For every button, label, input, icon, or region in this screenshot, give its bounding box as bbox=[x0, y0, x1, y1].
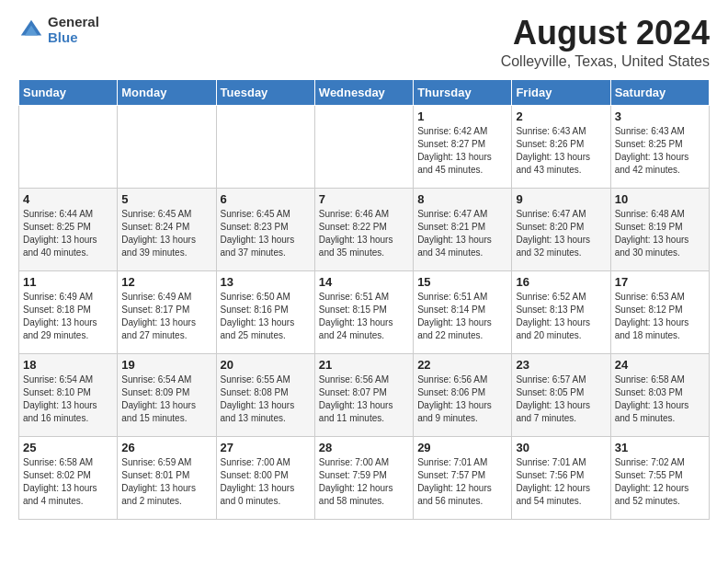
day-number: 17 bbox=[615, 275, 705, 289]
day-info: Sunrise: 6:58 AMSunset: 8:03 PMDaylight:… bbox=[615, 373, 705, 425]
day-info: Sunrise: 7:02 AMSunset: 7:55 PMDaylight:… bbox=[615, 456, 705, 508]
day-header-friday: Friday bbox=[512, 79, 610, 105]
day-info: Sunrise: 7:00 AMSunset: 7:59 PMDaylight:… bbox=[319, 456, 409, 508]
week-row-3: 11Sunrise: 6:49 AMSunset: 8:18 PMDayligh… bbox=[19, 270, 710, 353]
calendar-cell: 15Sunrise: 6:51 AMSunset: 8:14 PMDayligh… bbox=[414, 270, 512, 353]
sub-title: Colleyville, Texas, United States bbox=[501, 53, 710, 70]
day-number: 29 bbox=[417, 441, 507, 454]
calendar-cell: 20Sunrise: 6:55 AMSunset: 8:08 PMDayligh… bbox=[216, 353, 314, 436]
calendar-cell: 2Sunrise: 6:43 AMSunset: 8:26 PMDaylight… bbox=[512, 105, 610, 188]
day-number: 18 bbox=[23, 358, 113, 372]
day-header-monday: Monday bbox=[118, 79, 216, 105]
week-row-2: 4Sunrise: 6:44 AMSunset: 8:25 PMDaylight… bbox=[19, 188, 710, 270]
calendar-cell: 27Sunrise: 7:00 AMSunset: 8:00 PMDayligh… bbox=[216, 436, 314, 519]
day-number: 16 bbox=[516, 275, 606, 289]
day-number: 6 bbox=[221, 192, 311, 206]
calendar-cell: 30Sunrise: 7:01 AMSunset: 7:56 PMDayligh… bbox=[512, 436, 610, 519]
day-number: 3 bbox=[615, 109, 705, 123]
calendar-cell: 26Sunrise: 6:59 AMSunset: 8:01 PMDayligh… bbox=[118, 436, 216, 519]
day-header-tuesday: Tuesday bbox=[216, 79, 314, 105]
day-header-thursday: Thursday bbox=[414, 79, 512, 105]
day-number: 27 bbox=[221, 441, 311, 454]
day-info: Sunrise: 6:51 AMSunset: 8:14 PMDaylight:… bbox=[417, 291, 507, 342]
calendar-cell: 23Sunrise: 6:57 AMSunset: 8:05 PMDayligh… bbox=[512, 353, 610, 436]
calendar-cell bbox=[216, 105, 314, 188]
calendar-cell: 8Sunrise: 6:47 AMSunset: 8:21 PMDaylight… bbox=[414, 188, 512, 270]
day-header-wednesday: Wednesday bbox=[314, 79, 413, 105]
calendar-cell: 4Sunrise: 6:44 AMSunset: 8:25 PMDaylight… bbox=[19, 188, 118, 270]
calendar-cell bbox=[118, 105, 216, 188]
day-info: Sunrise: 6:54 AMSunset: 8:10 PMDaylight:… bbox=[23, 373, 113, 425]
day-number: 22 bbox=[417, 358, 507, 372]
week-row-5: 25Sunrise: 6:58 AMSunset: 8:02 PMDayligh… bbox=[19, 436, 710, 519]
day-number: 9 bbox=[516, 192, 606, 206]
day-info: Sunrise: 6:48 AMSunset: 8:19 PMDaylight:… bbox=[615, 208, 705, 259]
day-info: Sunrise: 6:58 AMSunset: 8:02 PMDaylight:… bbox=[23, 456, 113, 508]
day-number: 8 bbox=[417, 192, 507, 206]
calendar-cell: 9Sunrise: 6:47 AMSunset: 8:20 PMDaylight… bbox=[512, 188, 610, 270]
day-number: 21 bbox=[319, 358, 409, 372]
day-number: 28 bbox=[319, 441, 409, 454]
day-info: Sunrise: 7:01 AMSunset: 7:57 PMDaylight:… bbox=[417, 456, 507, 508]
day-info: Sunrise: 7:00 AMSunset: 8:00 PMDaylight:… bbox=[221, 456, 311, 508]
day-info: Sunrise: 6:56 AMSunset: 8:07 PMDaylight:… bbox=[319, 373, 409, 425]
calendar-header: SundayMondayTuesdayWednesdayThursdayFrid… bbox=[19, 79, 710, 105]
title-area: August 2024 Colleyville, Texas, United S… bbox=[501, 15, 710, 70]
logo-blue: Blue bbox=[48, 30, 99, 46]
calendar-cell: 18Sunrise: 6:54 AMSunset: 8:10 PMDayligh… bbox=[19, 353, 118, 436]
day-info: Sunrise: 6:56 AMSunset: 8:06 PMDaylight:… bbox=[417, 373, 507, 425]
day-info: Sunrise: 6:43 AMSunset: 8:26 PMDaylight:… bbox=[516, 125, 606, 177]
day-info: Sunrise: 7:01 AMSunset: 7:56 PMDaylight:… bbox=[516, 456, 606, 508]
day-number: 30 bbox=[516, 441, 606, 454]
calendar-cell: 10Sunrise: 6:48 AMSunset: 8:19 PMDayligh… bbox=[610, 188, 709, 270]
calendar-cell: 5Sunrise: 6:45 AMSunset: 8:24 PMDaylight… bbox=[118, 188, 216, 270]
day-number: 7 bbox=[319, 192, 409, 206]
day-info: Sunrise: 6:44 AMSunset: 8:25 PMDaylight:… bbox=[23, 208, 113, 259]
week-row-1: 1Sunrise: 6:42 AMSunset: 8:27 PMDaylight… bbox=[19, 105, 710, 188]
day-number: 23 bbox=[516, 358, 606, 372]
day-info: Sunrise: 6:47 AMSunset: 8:21 PMDaylight:… bbox=[417, 208, 507, 259]
calendar-cell: 19Sunrise: 6:54 AMSunset: 8:09 PMDayligh… bbox=[118, 353, 216, 436]
day-header-saturday: Saturday bbox=[610, 79, 709, 105]
day-info: Sunrise: 6:49 AMSunset: 8:18 PMDaylight:… bbox=[23, 291, 113, 342]
calendar-cell: 13Sunrise: 6:50 AMSunset: 8:16 PMDayligh… bbox=[216, 270, 314, 353]
calendar-body: 1Sunrise: 6:42 AMSunset: 8:27 PMDaylight… bbox=[19, 105, 710, 519]
day-number: 19 bbox=[121, 358, 211, 372]
calendar-cell: 21Sunrise: 6:56 AMSunset: 8:07 PMDayligh… bbox=[314, 353, 413, 436]
header-area: General Blue August 2024 Colleyville, Te… bbox=[18, 15, 710, 70]
day-info: Sunrise: 6:42 AMSunset: 8:27 PMDaylight:… bbox=[417, 125, 507, 177]
day-info: Sunrise: 6:43 AMSunset: 8:25 PMDaylight:… bbox=[615, 125, 705, 177]
day-info: Sunrise: 6:50 AMSunset: 8:16 PMDaylight:… bbox=[221, 291, 311, 342]
day-number: 25 bbox=[23, 441, 113, 454]
calendar-cell: 1Sunrise: 6:42 AMSunset: 8:27 PMDaylight… bbox=[414, 105, 512, 188]
day-number: 5 bbox=[121, 192, 211, 206]
day-header-sunday: Sunday bbox=[19, 79, 118, 105]
day-number: 2 bbox=[516, 109, 606, 123]
day-info: Sunrise: 6:45 AMSunset: 8:23 PMDaylight:… bbox=[221, 208, 311, 259]
calendar-cell: 12Sunrise: 6:49 AMSunset: 8:17 PMDayligh… bbox=[118, 270, 216, 353]
day-number: 24 bbox=[615, 358, 705, 372]
calendar-cell: 29Sunrise: 7:01 AMSunset: 7:57 PMDayligh… bbox=[414, 436, 512, 519]
calendar-cell: 31Sunrise: 7:02 AMSunset: 7:55 PMDayligh… bbox=[610, 436, 709, 519]
calendar-cell: 7Sunrise: 6:46 AMSunset: 8:22 PMDaylight… bbox=[314, 188, 413, 270]
calendar-cell: 11Sunrise: 6:49 AMSunset: 8:18 PMDayligh… bbox=[19, 270, 118, 353]
day-info: Sunrise: 6:59 AMSunset: 8:01 PMDaylight:… bbox=[121, 456, 211, 508]
day-number: 31 bbox=[615, 441, 705, 454]
day-info: Sunrise: 6:49 AMSunset: 8:17 PMDaylight:… bbox=[121, 291, 211, 342]
day-number: 1 bbox=[417, 109, 507, 123]
week-row-4: 18Sunrise: 6:54 AMSunset: 8:10 PMDayligh… bbox=[19, 353, 710, 436]
calendar-cell: 17Sunrise: 6:53 AMSunset: 8:12 PMDayligh… bbox=[610, 270, 709, 353]
main-title: August 2024 bbox=[501, 15, 710, 52]
calendar-cell: 14Sunrise: 6:51 AMSunset: 8:15 PMDayligh… bbox=[314, 270, 413, 353]
day-number: 15 bbox=[417, 275, 507, 289]
day-info: Sunrise: 6:51 AMSunset: 8:15 PMDaylight:… bbox=[319, 291, 409, 342]
day-info: Sunrise: 6:46 AMSunset: 8:22 PMDaylight:… bbox=[319, 208, 409, 259]
calendar: SundayMondayTuesdayWednesdayThursdayFrid… bbox=[18, 79, 710, 520]
day-number: 14 bbox=[319, 275, 409, 289]
calendar-cell: 25Sunrise: 6:58 AMSunset: 8:02 PMDayligh… bbox=[19, 436, 118, 519]
day-info: Sunrise: 6:55 AMSunset: 8:08 PMDaylight:… bbox=[221, 373, 311, 425]
calendar-cell: 22Sunrise: 6:56 AMSunset: 8:06 PMDayligh… bbox=[414, 353, 512, 436]
day-info: Sunrise: 6:57 AMSunset: 8:05 PMDaylight:… bbox=[516, 373, 606, 425]
day-number: 4 bbox=[23, 192, 113, 206]
calendar-cell: 6Sunrise: 6:45 AMSunset: 8:23 PMDaylight… bbox=[216, 188, 314, 270]
